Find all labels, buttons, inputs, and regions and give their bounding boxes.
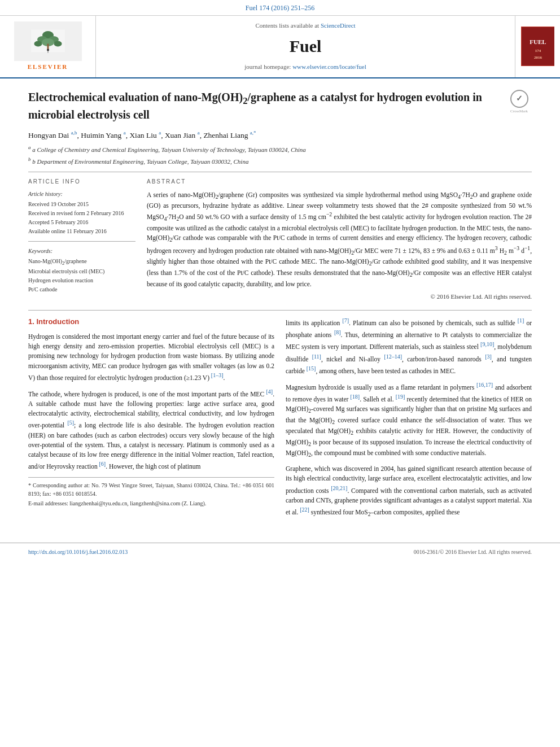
abstract-text: A series of nano-Mg(OH)2/graphene (Gr) c… [147, 190, 532, 289]
article-title-section: Electrochemical evaluation of nano-Mg(OH… [28, 90, 532, 166]
ref-1[interactable]: [1] [518, 317, 524, 324]
footnote-section: * Corresponding author at: No. 79 West Y… [28, 477, 274, 508]
keywords-divider [28, 241, 135, 242]
article-info-header: ARTICLE INFO [28, 178, 135, 186]
contents-available-text: Contents lists available at ScienceDirec… [255, 21, 355, 30]
history-label: Article history: [28, 190, 135, 198]
keyword-4: Pt/C cathode [28, 286, 135, 294]
ref-1-3[interactable]: [1–3] [211, 372, 224, 378]
crossmark-badge[interactable]: ✓ CrossMark [506, 90, 532, 115]
ref-19[interactable]: [19] [396, 394, 405, 400]
ref-6[interactable]: [6] [99, 461, 106, 467]
svg-point-6 [34, 41, 42, 47]
footnote-email: E-mail addresses: liangzhenhai@tyu.edu.c… [28, 499, 274, 508]
copyright-text: © 2016 Elsevier Ltd. All rights reserved… [147, 292, 532, 301]
keywords-label: Keywords: [28, 247, 135, 255]
ref-8[interactable]: [8] [334, 329, 341, 335]
intro-para-3: limits its application [7]. Platinum can… [286, 316, 532, 375]
journal-logo-right: FUEL 174 2016 [515, 16, 560, 77]
intro-para-1: Hydrogen is considered the most importan… [28, 332, 274, 383]
section1-title: 1. Introduction [28, 316, 274, 327]
ref-4[interactable]: [4] [266, 388, 273, 395]
elsevier-banner-image [14, 21, 82, 61]
keywords-section: Keywords: Nano-Mg(OH)2/graphene Microbia… [28, 247, 135, 294]
received-date: Received 19 October 2015 [28, 200, 135, 208]
ref-16-17[interactable]: [16,17] [476, 382, 493, 388]
page: Fuel 174 (2016) 251–256 [0, 0, 560, 747]
fuel-brand-logo: FUEL 174 2016 [521, 27, 554, 66]
citation-bar: Fuel 174 (2016) 251–256 [0, 0, 560, 16]
ref-3[interactable]: [3] [485, 353, 492, 360]
online-date: Available online 11 February 2016 [28, 228, 135, 235]
journal-homepage-link[interactable]: www.elsevier.com/locate/fuel [292, 63, 366, 70]
elsevier-tree-icon [31, 25, 65, 56]
footnote-corresponding: * Corresponding author at: No. 79 West Y… [28, 481, 274, 498]
affiliation-b: b b Department of Environmental Engineer… [28, 156, 532, 166]
article-title: Electrochemical evaluation of nano-Mg(OH… [28, 90, 501, 123]
ref-22[interactable]: [22] [300, 506, 309, 513]
svg-text:174: 174 [535, 49, 541, 53]
elsevier-logo-section: ELSEVIER [0, 16, 96, 77]
ref-15[interactable]: [15] [307, 365, 316, 372]
journal-header-center: Contents lists available at ScienceDirec… [96, 16, 515, 77]
svg-point-7 [54, 41, 62, 47]
ref-5[interactable]: [5] [67, 420, 74, 426]
doi-link[interactable]: http://dx.doi.org/10.1016/j.fuel.2016.02… [28, 549, 128, 555]
crossmark-icon: ✓ [510, 90, 528, 108]
ref-7[interactable]: [7] [342, 317, 349, 324]
affiliations: a a College of Chemistry and Chemical En… [28, 144, 532, 165]
ref-12-14[interactable]: [12–14] [384, 353, 402, 360]
journal-citation: Fuel 174 (2016) 251–256 [246, 4, 314, 12]
intro-para-2: The cathode, where hydrogen is produced,… [28, 387, 274, 471]
article-info-column: ARTICLE INFO Article history: Received 1… [28, 178, 135, 302]
svg-rect-5 [47, 44, 49, 50]
journal-header: ELSEVIER Contents lists available at Sci… [0, 16, 560, 78]
intro-para-5: Graphene, which was discovered in 2004, … [286, 464, 532, 518]
elsevier-label: ELSEVIER [28, 63, 68, 71]
info-abstract-section: ARTICLE INFO Article history: Received 1… [28, 178, 532, 302]
svg-text:FUEL: FUEL [530, 38, 546, 45]
keyword-3: Hydrogen evolution reaction [28, 277, 135, 285]
ref-20-21[interactable]: [20,21] [331, 485, 347, 491]
keyword-1: Nano-Mg(OH)2/graphene [28, 257, 135, 267]
accepted-date: Accepted 5 February 2016 [28, 219, 135, 226]
authors-line: Hongyan Dai a,b, Huimin Yang a, Xian Liu… [28, 129, 532, 141]
body-column-2: limits its application [7]. Platinum can… [286, 316, 532, 523]
issn-text: 0016-2361/© 2016 Elsevier Ltd. All right… [414, 548, 532, 556]
journal-homepage: journal homepage: www.elsevier.com/locat… [244, 63, 366, 71]
bottom-bar: http://dx.doi.org/10.1016/j.fuel.2016.02… [0, 543, 560, 560]
divider-after-affiliations [28, 172, 532, 172]
keyword-2: Microbial electrolysis cell (MEC) [28, 268, 135, 276]
svg-point-8 [47, 49, 49, 51]
body-column-1: 1. Introduction Hydrogen is considered t… [28, 316, 274, 523]
intro-para-4: Magnesium hydroxide is usually used as a… [286, 381, 532, 460]
article-history: Article history: Received 19 October 201… [28, 190, 135, 235]
crossmark-label: CrossMark [510, 109, 528, 115]
abstract-header: ABSTRACT [147, 178, 532, 186]
divider-after-abstract [28, 310, 532, 311]
ref-18[interactable]: [18] [350, 394, 360, 400]
abstract-column: ABSTRACT A series of nano-Mg(OH)2/graphe… [147, 178, 532, 302]
journal-title: Fuel [290, 34, 322, 58]
doi-section: http://dx.doi.org/10.1016/j.fuel.2016.02… [28, 547, 128, 557]
ref-11[interactable]: [11] [312, 353, 321, 360]
fuel-logo-svg: FUEL 174 2016 [522, 27, 554, 65]
svg-text:2016: 2016 [534, 55, 542, 60]
body-section: 1. Introduction Hydrogen is considered t… [28, 316, 532, 523]
affiliation-a: a a College of Chemistry and Chemical En… [28, 144, 532, 154]
elsevier-logo: ELSEVIER [14, 21, 82, 71]
sciencedirect-link[interactable]: ScienceDirect [321, 22, 356, 29]
revised-date: Received in revised form 2 February 2016 [28, 209, 135, 217]
ref-9-10[interactable]: [9,10] [480, 341, 494, 347]
article-content: Electrochemical evaluation of nano-Mg(OH… [0, 78, 560, 535]
